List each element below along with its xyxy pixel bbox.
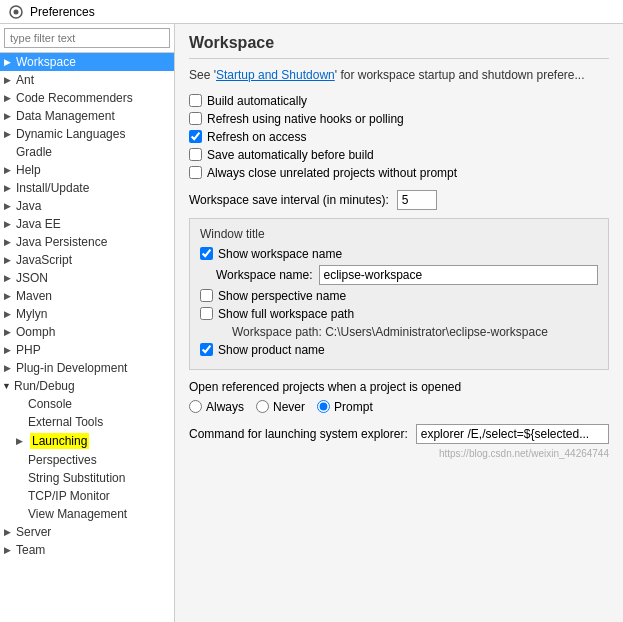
- always-label: Always: [206, 400, 244, 414]
- sidebar-item-java[interactable]: ▶ Java: [0, 197, 174, 215]
- save-interval-input[interactable]: [397, 190, 437, 210]
- oomph-arrow: ▶: [4, 327, 16, 337]
- sidebar-item-label: Launching: [30, 433, 89, 449]
- code-rec-arrow: ▶: [4, 93, 16, 103]
- build-auto-checkbox[interactable]: [189, 94, 202, 107]
- refresh-access-checkbox[interactable]: [189, 130, 202, 143]
- sidebar-item-label: Install/Update: [16, 181, 89, 195]
- build-auto-row: Build automatically: [189, 94, 609, 108]
- sidebar-item-label: Team: [16, 543, 45, 557]
- plugin-arrow: ▶: [4, 363, 16, 373]
- sidebar-item-install-update[interactable]: ▶ Install/Update: [0, 179, 174, 197]
- sidebar-item-tcp-ip-monitor[interactable]: TCP/IP Monitor: [0, 487, 174, 505]
- sidebar-item-label: Oomph: [16, 325, 55, 339]
- never-radio-row: Never: [256, 400, 305, 414]
- php-arrow: ▶: [4, 345, 16, 355]
- show-full-workspace-path-checkbox[interactable]: [200, 307, 213, 320]
- sidebar-item-label: Dynamic Languages: [16, 127, 125, 141]
- java-arrow: ▶: [4, 201, 16, 211]
- save-auto-checkbox[interactable]: [189, 148, 202, 161]
- content-description: See 'Startup and Shutdown' for workspace…: [189, 67, 609, 84]
- refresh-access-row: Refresh on access: [189, 130, 609, 144]
- sidebar-item-string-substitution[interactable]: String Substitution: [0, 469, 174, 487]
- show-product-name-checkbox[interactable]: [200, 343, 213, 356]
- command-explorer-row: Command for launching system explorer:: [189, 424, 609, 444]
- dyn-lang-arrow: ▶: [4, 129, 16, 139]
- sidebar-item-java-persistence[interactable]: ▶ Java Persistence: [0, 233, 174, 251]
- checkboxes-section: Build automatically Refresh using native…: [189, 94, 609, 180]
- show-product-name-label: Show product name: [218, 343, 325, 357]
- show-full-workspace-path-row: Show full workspace path: [200, 307, 598, 321]
- title-bar-text: Preferences: [30, 5, 95, 19]
- never-label: Never: [273, 400, 305, 414]
- sidebar-item-maven[interactable]: ▶ Maven: [0, 287, 174, 305]
- tree-container: ▶ Workspace ▶ Ant ▶ Code Recommenders ▶ …: [0, 53, 174, 622]
- sidebar: ▶ Workspace ▶ Ant ▶ Code Recommenders ▶ …: [0, 24, 175, 622]
- close-unrelated-checkbox[interactable]: [189, 166, 202, 179]
- sidebar-item-gradle[interactable]: Gradle: [0, 143, 174, 161]
- sidebar-item-console[interactable]: Console: [0, 395, 174, 413]
- sidebar-item-label: Plug-in Development: [16, 361, 127, 375]
- team-arrow: ▶: [4, 545, 16, 555]
- filter-input[interactable]: [4, 28, 170, 48]
- show-perspective-name-checkbox[interactable]: [200, 289, 213, 302]
- save-interval-label: Workspace save interval (in minutes):: [189, 193, 389, 207]
- refresh-access-label: Refresh on access: [207, 130, 306, 144]
- sidebar-item-mylyn[interactable]: ▶ Mylyn: [0, 305, 174, 323]
- sidebar-item-label: Help: [16, 163, 41, 177]
- show-workspace-name-checkbox[interactable]: [200, 247, 213, 260]
- workspace-name-field-label: Workspace name:: [216, 268, 313, 282]
- sidebar-item-label: Ant: [16, 73, 34, 87]
- sidebar-item-code-recommenders[interactable]: ▶ Code Recommenders: [0, 89, 174, 107]
- sidebar-item-help[interactable]: ▶ Help: [0, 161, 174, 179]
- build-auto-label: Build automatically: [207, 94, 307, 108]
- sidebar-item-plugin-development[interactable]: ▶ Plug-in Development: [0, 359, 174, 377]
- always-radio[interactable]: [189, 400, 202, 413]
- sidebar-item-java-ee[interactable]: ▶ Java EE: [0, 215, 174, 233]
- sidebar-item-launching[interactable]: ▶ Launching: [0, 431, 174, 451]
- sidebar-item-label: External Tools: [28, 415, 103, 429]
- sidebar-item-javascript[interactable]: ▶ JavaScript: [0, 251, 174, 269]
- show-workspace-name-label: Show workspace name: [218, 247, 342, 261]
- sidebar-item-dynamic-languages[interactable]: ▶ Dynamic Languages: [0, 125, 174, 143]
- workspace-name-input[interactable]: [319, 265, 599, 285]
- preferences-icon: [8, 4, 24, 20]
- sidebar-item-php[interactable]: ▶ PHP: [0, 341, 174, 359]
- sidebar-item-data-management[interactable]: ▶ Data Management: [0, 107, 174, 125]
- command-explorer-label: Command for launching system explorer:: [189, 427, 408, 441]
- sidebar-item-view-management[interactable]: View Management: [0, 505, 174, 523]
- sidebar-item-workspace[interactable]: ▶ Workspace: [0, 53, 174, 71]
- prompt-radio[interactable]: [317, 400, 330, 413]
- sidebar-item-run-debug[interactable]: ▼ Run/Debug: [0, 377, 174, 395]
- main-container: ▶ Workspace ▶ Ant ▶ Code Recommenders ▶ …: [0, 24, 623, 622]
- show-workspace-name-row: Show workspace name: [200, 247, 598, 261]
- sidebar-item-json[interactable]: ▶ JSON: [0, 269, 174, 287]
- close-unrelated-row: Always close unrelated projects without …: [189, 166, 609, 180]
- workspace-arrow: ▶: [4, 57, 16, 67]
- close-unrelated-label: Always close unrelated projects without …: [207, 166, 457, 180]
- sidebar-item-label: JavaScript: [16, 253, 72, 267]
- never-radio[interactable]: [256, 400, 269, 413]
- startup-shutdown-link[interactable]: Startup and Shutdown: [216, 68, 335, 82]
- sidebar-item-perspectives[interactable]: Perspectives: [0, 451, 174, 469]
- command-explorer-input[interactable]: [416, 424, 609, 444]
- data-mgmt-arrow: ▶: [4, 111, 16, 121]
- sidebar-item-label: Mylyn: [16, 307, 47, 321]
- install-arrow: ▶: [4, 183, 16, 193]
- sidebar-item-external-tools[interactable]: External Tools: [0, 413, 174, 431]
- show-full-workspace-path-label: Show full workspace path: [218, 307, 354, 321]
- sidebar-item-oomph[interactable]: ▶ Oomph: [0, 323, 174, 341]
- sidebar-item-label: Workspace: [16, 55, 76, 69]
- show-product-name-row: Show product name: [200, 343, 598, 357]
- sidebar-item-label: Maven: [16, 289, 52, 303]
- sidebar-item-team[interactable]: ▶ Team: [0, 541, 174, 559]
- sidebar-item-ant[interactable]: ▶ Ant: [0, 71, 174, 89]
- sidebar-item-server[interactable]: ▶ Server: [0, 523, 174, 541]
- run-debug-arrow: ▼: [2, 381, 14, 391]
- save-auto-label: Save automatically before build: [207, 148, 374, 162]
- content-area: Workspace See 'Startup and Shutdown' for…: [175, 24, 623, 622]
- sidebar-item-label: Gradle: [16, 145, 52, 159]
- always-radio-row: Always: [189, 400, 244, 414]
- sidebar-item-label: View Management: [28, 507, 127, 521]
- refresh-native-checkbox[interactable]: [189, 112, 202, 125]
